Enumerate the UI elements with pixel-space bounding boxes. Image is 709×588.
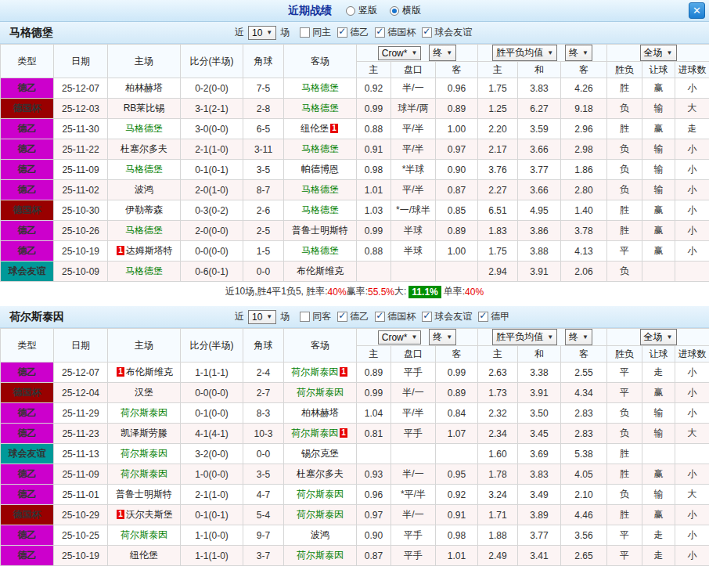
odds-away-cell: 0.85 xyxy=(436,200,478,221)
corner-cell: 2-7 xyxy=(243,383,284,403)
handicap-line-cell: 平手 xyxy=(391,424,436,444)
score-cell: 4-1(4-1) xyxy=(181,424,243,444)
red-card-badge: 1 xyxy=(117,246,124,255)
away-team-cell: 马格德堡 xyxy=(284,200,357,221)
score-cell: 0-0(0-0) xyxy=(181,383,243,403)
odds-time-select[interactable]: 终▼ xyxy=(429,45,456,61)
avg-time-select[interactable]: 终▼ xyxy=(565,45,592,61)
result-cell: 负 xyxy=(607,262,642,282)
score-cell: 2-1(1-0) xyxy=(181,139,243,160)
avg-select[interactable]: 胜平负均值▼ xyxy=(492,45,557,61)
goals-result-cell: 大 xyxy=(675,99,709,119)
summary-text: 赢率: xyxy=(347,285,368,298)
match-row: 德乙25-12-07柏林赫塔0-2(0-0)7-5马格德堡0.92半/一0.96… xyxy=(1,78,709,99)
handicap-result-cell: 输 xyxy=(642,424,675,444)
match-row: 德国杯25-12-04汉堡0-0(0-0)2-7荷尔斯泰因0.99半/一0.89… xyxy=(1,383,709,403)
avg-draw-cell: 3.77 xyxy=(518,525,561,546)
avg-away-cell: 1.40 xyxy=(561,200,607,221)
layout-radio[interactable]: 竖版 xyxy=(346,4,377,17)
avg-away-cell: 4.05 xyxy=(561,464,607,485)
col-date: 日期 xyxy=(54,45,108,78)
result-cell: 平 xyxy=(607,383,642,403)
date-cell: 25-11-01 xyxy=(54,485,108,505)
handicap-line-cell: *平/半 xyxy=(391,485,436,505)
handicap-result-cell: 输 xyxy=(642,160,675,180)
avg-select[interactable]: 胜平负均值▼ xyxy=(492,329,557,345)
col-odds-home: 主 xyxy=(357,346,391,363)
col-odds-home: 主 xyxy=(357,62,391,78)
corner-cell: 3-11 xyxy=(243,139,284,160)
filter-checkbox[interactable]: ✓ xyxy=(375,27,385,38)
col-home: 主场 xyxy=(108,45,181,78)
avg-home-cell: 2.32 xyxy=(478,403,518,424)
filter-checkbox[interactable]: ✓ xyxy=(422,27,432,38)
corner-cell: 3-5 xyxy=(243,464,284,485)
avg-home-cell: 1.71 xyxy=(478,505,518,525)
close-button[interactable]: ✕ xyxy=(689,2,705,19)
col-type: 类型 xyxy=(1,45,54,78)
competition-type-cell: 德乙 xyxy=(1,221,54,241)
match-row: 德乙25-11-22杜塞尔多夫2-1(1-0)3-11马格德堡0.91平/半0.… xyxy=(1,139,709,160)
filter-checkbox[interactable] xyxy=(300,27,310,38)
odds-home-cell: 0.99 xyxy=(357,383,391,403)
score-cell: 2-0(0-0) xyxy=(181,221,243,241)
bookmaker-select[interactable]: Crow*▼ xyxy=(378,46,422,60)
summary-text: 40% xyxy=(328,287,347,298)
handicap-line-cell: 平手 xyxy=(391,546,436,566)
odds-away-cell: 0.99 xyxy=(436,363,478,383)
goals-result-cell: 小 xyxy=(675,139,709,160)
team-name-text: 荷尔斯泰因 xyxy=(121,407,167,418)
col-result: 胜负 xyxy=(607,346,642,363)
date-cell: 25-12-03 xyxy=(54,99,108,119)
competition-filters: 同主✓德乙✓德国杯✓球会友谊 xyxy=(293,26,472,39)
odds-home-cell: 0.96 xyxy=(357,485,391,505)
date-cell: 25-11-30 xyxy=(54,119,108,139)
competition-type-cell: 德乙 xyxy=(1,525,54,546)
bookmaker-select[interactable]: Crow*▼ xyxy=(378,330,422,345)
layout-radio[interactable]: 横版 xyxy=(390,4,421,17)
odds-home-cell: 0.97 xyxy=(357,505,391,525)
filter-checkbox[interactable]: ✓ xyxy=(422,312,432,322)
result-cell: 胜 xyxy=(607,444,642,464)
home-team-cell: 1达姆斯塔特 xyxy=(108,241,181,262)
competition-type-cell: 球会友谊 xyxy=(1,262,54,282)
goals-result-cell: 小 xyxy=(675,363,709,383)
match-count-select[interactable]: 10▼ xyxy=(248,26,276,40)
competition-type-cell: 德乙 xyxy=(1,119,54,139)
scope-select[interactable]: 全场▼ xyxy=(640,45,677,61)
col-goals: 进球数 xyxy=(675,346,709,363)
avg-time-select[interactable]: 终▼ xyxy=(565,329,592,345)
handicap-result-cell: 赢 xyxy=(642,119,675,139)
away-team-cell: 马格德堡 xyxy=(284,99,357,119)
avg-away-cell: 2.98 xyxy=(561,139,607,160)
avg-home-cell: 1.75 xyxy=(478,241,518,262)
odds-home-cell: 1.04 xyxy=(357,403,391,424)
avg-home-cell: 2.27 xyxy=(478,180,518,200)
competition-type-cell: 德乙 xyxy=(1,464,54,485)
table-body: 德乙25-12-07柏林赫塔0-2(0-0)7-5马格德堡0.92半/一0.96… xyxy=(1,78,709,282)
filter-checkbox[interactable]: ✓ xyxy=(375,312,385,322)
matches-table: 类型 日期 主场 比分(半场) 角球 客场 Crow*▼ 终▼ 胜平负均值▼ 终… xyxy=(0,328,709,566)
filter-checkbox[interactable]: ✓ xyxy=(337,27,347,38)
filter-checkbox[interactable] xyxy=(300,312,310,322)
odds-away-cell: 0.92 xyxy=(436,485,478,505)
filter-checkbox[interactable]: ✓ xyxy=(478,312,488,322)
odds-home-cell: 0.88 xyxy=(357,241,391,262)
scope-select[interactable]: 全场▼ xyxy=(640,329,677,345)
handicap-line-cell: 平手 xyxy=(391,525,436,546)
col-away: 客场 xyxy=(284,329,357,363)
team-name-text: 马格德堡 xyxy=(301,103,339,114)
team-name-text: 马格德堡 xyxy=(301,204,339,215)
match-count-select[interactable]: 10▼ xyxy=(248,310,276,324)
avg-draw-cell: 4.95 xyxy=(518,200,561,221)
avg-home-cell: 2.17 xyxy=(478,139,518,160)
filter-label: 德国杯 xyxy=(387,26,416,39)
away-team-cell: 杜塞尔多夫 xyxy=(284,464,357,485)
radio-label: 横版 xyxy=(402,4,421,17)
odds-time-select[interactable]: 终▼ xyxy=(429,329,456,345)
filter-checkbox[interactable]: ✓ xyxy=(337,312,347,322)
handicap-result-cell: 赢 xyxy=(642,383,675,403)
odds-away-cell: 0.84 xyxy=(436,403,478,424)
team-name-text: 马格德堡 xyxy=(301,143,339,154)
team-name-text: 荷尔斯泰因 xyxy=(297,509,344,520)
